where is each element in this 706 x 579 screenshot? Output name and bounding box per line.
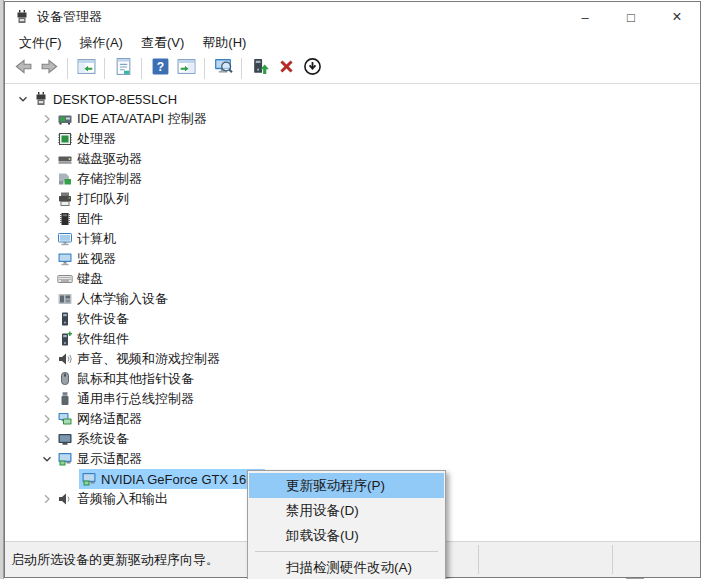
hid-icon xyxy=(57,291,73,307)
statusbar-divider xyxy=(612,545,613,574)
properties-button[interactable] xyxy=(110,56,136,82)
chevron-down-icon[interactable] xyxy=(15,91,31,107)
tree-item-label: 系统设备 xyxy=(77,430,129,448)
tree-item[interactable]: 人体学输入设备 xyxy=(5,289,700,309)
back-button[interactable] xyxy=(10,56,36,82)
tree-item[interactable]: 计算机 xyxy=(5,229,700,249)
tree-item[interactable]: 显示适配器 xyxy=(5,449,700,469)
svg-text:?: ? xyxy=(156,60,163,74)
tree-item[interactable]: 打印队列 xyxy=(5,189,700,209)
chevron-right-icon[interactable] xyxy=(39,431,55,447)
tree-item-content: 通用串行总线控制器 xyxy=(55,389,198,409)
chevron-right-icon[interactable] xyxy=(39,411,55,427)
tree-item[interactable]: 磁盘驱动器 xyxy=(5,149,700,169)
disk-drive-icon xyxy=(57,151,73,167)
chevron-right-icon[interactable] xyxy=(39,231,55,247)
tree-item-label: 计算机 xyxy=(77,230,116,248)
tree-item-label: IDE ATA/ATAPI 控制器 xyxy=(77,110,207,128)
help-button[interactable]: ? xyxy=(147,56,173,82)
forward-icon xyxy=(40,57,59,80)
tree-item-content: 系统设备 xyxy=(55,429,133,449)
menubar-item[interactable]: 文件(F) xyxy=(10,32,71,54)
update-driver-button[interactable] xyxy=(247,56,273,82)
tree-item-label: 声音、视频和游戏控制器 xyxy=(77,350,220,368)
show-console-tree-button[interactable] xyxy=(73,56,99,82)
show-action-pane-button[interactable] xyxy=(173,56,199,82)
tree-item-content: 人体学输入设备 xyxy=(55,289,172,309)
tree-item-label: 鼠标和其他指针设备 xyxy=(77,370,194,388)
ide-controller-icon xyxy=(57,111,73,127)
chevron-right-icon[interactable] xyxy=(39,291,55,307)
tree-item-content: 打印队列 xyxy=(55,189,133,209)
toolbar-separator xyxy=(141,58,142,79)
tree-item[interactable]: 软件设备 xyxy=(5,309,700,329)
tree-item-content: 软件组件 xyxy=(55,329,133,349)
tree-item-content: 监视器 xyxy=(55,249,120,269)
maximize-button[interactable]: □ xyxy=(608,2,654,32)
chevron-down-icon[interactable] xyxy=(39,451,55,467)
tree-item[interactable]: DESKTOP-8E5SLCH xyxy=(5,89,700,109)
chevron-right-icon[interactable] xyxy=(39,211,55,227)
tree-item[interactable]: 处理器 xyxy=(5,129,700,149)
chevron-right-icon[interactable] xyxy=(39,311,55,327)
tree-item-content: 处理器 xyxy=(55,129,120,149)
tree-item-label: 打印队列 xyxy=(77,190,129,208)
tree-item-content: 计算机 xyxy=(55,229,120,249)
tree-item-content: 音频输入和输出 xyxy=(55,489,172,509)
context-menu-item[interactable]: 卸载设备(U) xyxy=(249,523,444,548)
software-device-icon xyxy=(57,311,73,327)
monitor-icon xyxy=(57,251,73,267)
help-icon: ? xyxy=(151,57,170,80)
chevron-right-icon[interactable] xyxy=(39,111,55,127)
show-action-pane-icon xyxy=(177,57,196,80)
forward-button[interactable] xyxy=(36,56,62,82)
tree-item[interactable]: 系统设备 xyxy=(5,429,700,449)
chevron-right-icon[interactable] xyxy=(39,371,55,387)
tree-item[interactable]: IDE ATA/ATAPI 控制器 xyxy=(5,109,700,129)
tree-item[interactable]: 键盘 xyxy=(5,269,700,289)
tree-item[interactable]: 声音、视频和游戏控制器 xyxy=(5,349,700,369)
tree-item-label: 处理器 xyxy=(77,130,116,148)
chevron-right-icon[interactable] xyxy=(39,251,55,267)
tree-item-label: 软件设备 xyxy=(77,310,129,328)
chevron-right-icon[interactable] xyxy=(39,391,55,407)
tree-item[interactable]: 软件组件 xyxy=(5,329,700,349)
chevron-right-icon[interactable] xyxy=(39,351,55,367)
menubar-item[interactable]: 查看(V) xyxy=(132,32,193,54)
toolbar-separator xyxy=(204,58,205,79)
tree-item[interactable]: 监视器 xyxy=(5,249,700,269)
tree-item[interactable]: 通用串行总线控制器 xyxy=(5,389,700,409)
context-menu-item[interactable]: 禁用设备(D) xyxy=(249,498,444,523)
close-button[interactable]: × xyxy=(654,2,700,32)
tree-item-content: 存储控制器 xyxy=(55,169,146,189)
chevron-right-icon[interactable] xyxy=(39,171,55,187)
window-title: 设备管理器 xyxy=(37,8,102,26)
chevron-right-icon[interactable] xyxy=(39,271,55,287)
menubar-item[interactable]: 帮助(H) xyxy=(193,32,255,54)
chevron-right-icon[interactable] xyxy=(39,491,55,507)
tree-item-content: 固件 xyxy=(55,209,107,229)
tree-item-label: 人体学输入设备 xyxy=(77,290,168,308)
disable-device-button[interactable] xyxy=(299,56,325,82)
tree-item-content: 声音、视频和游戏控制器 xyxy=(55,349,224,369)
uninstall-device-button[interactable] xyxy=(273,56,299,82)
toolbar-separator xyxy=(67,58,68,79)
chevron-right-icon[interactable] xyxy=(39,131,55,147)
tree-item[interactable]: 存储控制器 xyxy=(5,169,700,189)
tree-item[interactable]: 固件 xyxy=(5,209,700,229)
minimize-button[interactable]: – xyxy=(562,2,608,32)
tree-item[interactable]: 网络适配器 xyxy=(5,409,700,429)
chevron-right-icon[interactable] xyxy=(39,151,55,167)
tree-item-label: NVIDIA GeForce GTX 1650 xyxy=(101,472,261,487)
computer-monitor-icon xyxy=(57,231,73,247)
menubar-item[interactable]: 操作(A) xyxy=(71,32,132,54)
context-menu-item[interactable]: 更新驱动程序(P) xyxy=(249,473,444,498)
chevron-right-icon[interactable] xyxy=(39,331,55,347)
tree-item-label: DESKTOP-8E5SLCH xyxy=(53,92,177,107)
chevron-right-icon[interactable] xyxy=(39,191,55,207)
scan-hardware-changes-button[interactable] xyxy=(210,56,236,82)
tree-item[interactable]: 鼠标和其他指针设备 xyxy=(5,369,700,389)
tree-item-label: 监视器 xyxy=(77,250,116,268)
context-menu-item[interactable]: 扫描检测硬件改动(A) xyxy=(249,555,444,579)
tree-item-content: DESKTOP-8E5SLCH xyxy=(31,89,181,109)
